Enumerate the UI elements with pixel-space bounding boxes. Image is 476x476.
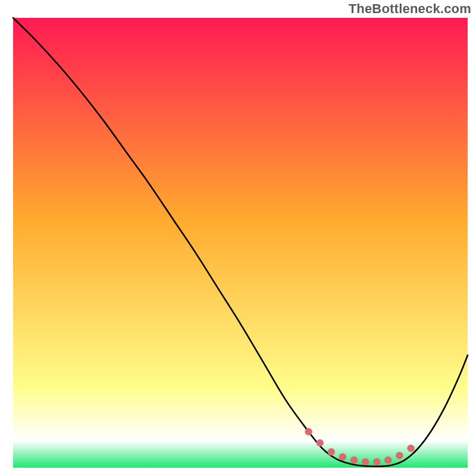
highlight-dot [328, 448, 335, 455]
highlight-dot [373, 458, 380, 465]
highlight-dot [384, 456, 392, 464]
watermark-text: TheBottleneck.com [349, 1, 471, 17]
highlight-dot [339, 453, 346, 461]
highlight-dot [350, 456, 358, 464]
chart-stage: TheBottleneck.com [0, 0, 476, 476]
bottleneck-chart [0, 0, 476, 476]
highlight-dot [362, 458, 369, 465]
highlight-dot [305, 428, 312, 435]
highlight-dot [407, 444, 414, 452]
highlight-dot [317, 439, 324, 446]
gradient-plot-area [13, 18, 468, 468]
highlight-dot [396, 452, 403, 459]
